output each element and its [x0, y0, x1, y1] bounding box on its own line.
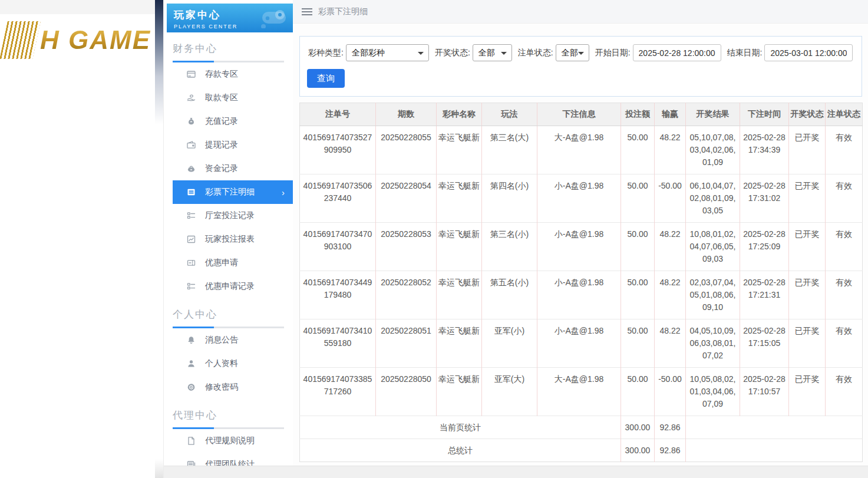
sidebar-item-change-password[interactable]: 修改密码: [164, 375, 293, 399]
summary-row: 总统计300.0092.86: [300, 439, 863, 462]
cell-play-type: 第五名(小): [482, 271, 537, 319]
cell-draw-status: 已开奖: [789, 271, 826, 319]
draw-status-label: 开奖状态:: [435, 48, 470, 58]
sidebar-section-label: 代理中心: [173, 408, 284, 422]
cell-draw-status: 已开奖: [789, 126, 826, 174]
chevron-right-icon: ›: [282, 187, 293, 197]
sidebar: 玩家中心 PLAYERS CENTER 财务中心存款专区取款专区充值记录提现记录…: [164, 0, 293, 466]
cell-win-loss: 48.22: [655, 271, 686, 319]
sidebar-item-label: 个人资料: [205, 358, 238, 369]
list-check-icon: [186, 211, 197, 220]
sidebar-item-promo-apply[interactable]: 优惠申请: [164, 251, 293, 275]
list-icon: [186, 187, 197, 197]
cell-bet-time: 2025-02-28 17:21:31: [740, 271, 789, 319]
cell-win-loss: 48.22: [655, 223, 686, 271]
sidebar-item-promo-apply-records[interactable]: 优惠申请记录: [164, 275, 293, 298]
sidebar-item-label: 代理团队统计: [205, 459, 255, 466]
bet-status-label: 注单状态:: [518, 48, 553, 58]
report-icon: [186, 235, 197, 244]
sidebar-item-recharge-records[interactable]: 充值记录: [164, 110, 293, 133]
col-header-lottery-name: 彩种名称: [437, 103, 482, 126]
sidebar-section: 个人中心: [164, 298, 293, 328]
end-date-input[interactable]: [764, 44, 853, 61]
draw-status-select[interactable]: 全部: [473, 44, 512, 61]
brand-logo[interactable]: H GAME: [4, 21, 151, 59]
cell-win-loss: 48.22: [655, 319, 686, 368]
sidebar-item-player-bet-report[interactable]: 玩家投注报表: [164, 228, 293, 251]
cell-bet-amount: 50.00: [621, 319, 655, 368]
sidebar-item-withdraw-records[interactable]: 提现记录: [164, 133, 293, 157]
topbar: 彩票下注明细: [293, 0, 868, 24]
col-header-period: 期数: [376, 103, 437, 126]
user-icon: [186, 359, 197, 368]
cell-period: 20250228050: [376, 368, 437, 416]
summary-winloss-total: 92.86: [655, 416, 686, 439]
money-bag-icon: [186, 117, 197, 126]
sidebar-item-profile[interactable]: 个人资料: [164, 352, 293, 375]
sidebar-item-label: 彩票下注明细: [205, 187, 255, 197]
sidebar-item-lottery-bet-details[interactable]: 彩票下注明细›: [173, 180, 293, 204]
sidebar-item-label: 消息公告: [205, 335, 238, 345]
cell-lottery-name: 幸运飞艇新: [437, 368, 482, 416]
cell-period: 20250228051: [376, 319, 437, 368]
summary-empty: [686, 439, 863, 462]
main-content: 彩票下注明细 彩种类型: 全部彩种 开奖状态: 全部 注单状态: 全部 开始日期…: [293, 0, 868, 466]
cell-period: 20250228052: [376, 271, 437, 319]
lottery-type-select[interactable]: 全部彩种: [346, 44, 429, 61]
col-header-bet-status: 注单状态: [826, 103, 863, 126]
sidebar-item-withdraw-zone[interactable]: 取款专区: [164, 86, 293, 110]
cell-period: 20250228055: [376, 126, 437, 174]
sidebar-item-announcements[interactable]: 消息公告: [164, 328, 293, 352]
gamepad-icon: [258, 7, 288, 28]
sidebar-item-deposit-zone[interactable]: 存款专区: [164, 62, 293, 86]
cell-bet-time: 2025-02-28 17:10:57: [740, 368, 789, 416]
file-icon: [186, 436, 197, 446]
bottom-strip: [164, 466, 868, 478]
summary-row: 当前页统计300.0092.86: [300, 416, 863, 439]
sidebar-item-funds-records[interactable]: 资金记录: [164, 157, 293, 180]
query-button[interactable]: 查询: [307, 69, 345, 88]
cell-draw-result: 06,10,04,07,02,08,01,09,03,05: [686, 174, 740, 223]
sidebar-item-hall-bet-records[interactable]: 厅室投注记录: [164, 204, 293, 228]
news-icon: [186, 460, 197, 466]
cell-bet-time: 2025-02-28 17:25:09: [740, 223, 789, 271]
col-header-draw-status: 开奖状态: [789, 103, 826, 126]
cell-win-loss: 48.22: [655, 126, 686, 174]
cell-draw-result: 04,05,10,09,06,03,08,01,07,02: [686, 319, 740, 368]
cell-period: 20250228053: [376, 223, 437, 271]
bet-table: 注单号期数彩种名称玩法下注信息投注额输赢开奖结果下注时间开奖状态注单状态4015…: [299, 103, 863, 462]
cell-draw-status: 已开奖: [789, 223, 826, 271]
cell-bet-info: 小-A盘@1.98: [537, 271, 621, 319]
cell-win-loss: -50.00: [655, 174, 686, 223]
cell-play-type: 第四名(小): [482, 174, 537, 223]
cell-bet-status: 有效: [826, 271, 863, 319]
sidebar-section: 财务中心: [164, 32, 293, 62]
table-row: 40156917407352790995020250228055幸运飞艇新第三名…: [300, 126, 863, 174]
menu-toggle-icon[interactable]: [302, 8, 312, 16]
cell-bet-time: 2025-02-28 17:34:39: [740, 126, 789, 174]
summary-label: 当前页统计: [300, 416, 621, 439]
bet-table-panel: 注单号期数彩种名称玩法下注信息投注额输赢开奖结果下注时间开奖状态注单状态4015…: [299, 103, 862, 462]
cell-bet-amount: 50.00: [621, 223, 655, 271]
hand-coin-icon: [186, 93, 197, 103]
cell-play-type: 第三名(小): [482, 223, 537, 271]
sidebar-section-label: 财务中心: [173, 42, 284, 55]
sidebar-item-agent-team-stats[interactable]: 代理团队统计: [164, 453, 293, 466]
list-check-icon: [186, 282, 197, 291]
cell-bet-info: 小-A盘@1.98: [537, 319, 621, 368]
cell-bet-info: 大-A盘@1.98: [537, 126, 621, 174]
col-header-bet-time: 下注时间: [740, 103, 789, 126]
sidebar-item-label: 优惠申请: [205, 258, 238, 268]
wallet-icon: [186, 140, 197, 150]
table-row: 40156917407350623744020250228054幸运飞艇新第四名…: [300, 174, 863, 223]
bet-status-select[interactable]: 全部: [556, 44, 589, 61]
cell-bet-id: 401569174073449179480: [300, 271, 376, 319]
divider-strip: [155, 0, 164, 478]
end-date-label: 结束日期:: [727, 48, 763, 58]
table-row: 40156917407341055918020250228051幸运飞艇新亚军(…: [300, 319, 863, 368]
start-date-input[interactable]: [633, 44, 721, 61]
sidebar-item-agent-rules[interactable]: 代理规则说明: [164, 429, 293, 453]
sidebar-item-label: 优惠申请记录: [205, 281, 255, 292]
cell-bet-info: 小-A盘@1.98: [537, 223, 621, 271]
cell-lottery-name: 幸运飞艇新: [437, 174, 482, 223]
